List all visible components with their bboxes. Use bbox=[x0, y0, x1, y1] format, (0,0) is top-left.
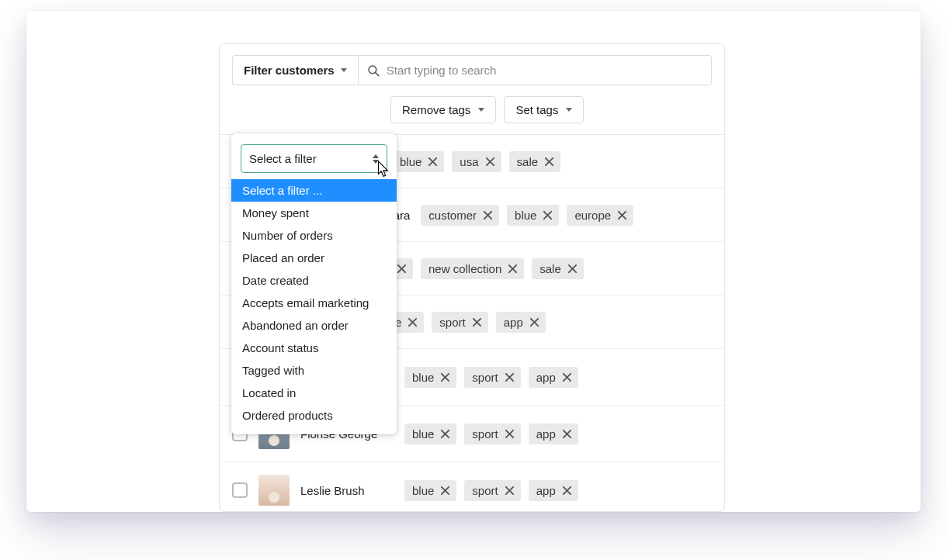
filter-option[interactable]: Money spent bbox=[231, 202, 397, 224]
tags: blueusasale bbox=[392, 151, 560, 172]
remove-tag-icon[interactable] bbox=[508, 264, 518, 274]
remove-tag-icon[interactable] bbox=[617, 210, 627, 220]
customer-name: Leslie Brush bbox=[300, 484, 394, 497]
tag-label: blue bbox=[400, 155, 421, 168]
filter-option[interactable]: Located in bbox=[231, 382, 397, 404]
tag-label: blue bbox=[412, 484, 434, 497]
remove-tag-icon[interactable] bbox=[440, 372, 450, 382]
tag-label: sale bbox=[539, 262, 561, 275]
remove-tag-icon[interactable] bbox=[505, 429, 515, 439]
tag: sale bbox=[532, 258, 584, 279]
filter-option[interactable]: Account status bbox=[231, 337, 397, 359]
filter-customers-button[interactable]: Filter customers bbox=[232, 55, 358, 85]
tag: app bbox=[529, 480, 578, 501]
tag: blue bbox=[404, 423, 456, 444]
tag: app bbox=[496, 312, 546, 333]
caret-down-icon bbox=[341, 68, 347, 72]
tags: bluesportapp bbox=[404, 480, 578, 501]
remove-tag-icon[interactable] bbox=[408, 317, 418, 327]
tag: blue bbox=[392, 151, 444, 172]
filter-dropdown-panel: Select a filter Select a filter ...Money… bbox=[231, 133, 397, 434]
stepper-icon bbox=[373, 154, 379, 164]
row-checkbox[interactable] bbox=[232, 482, 248, 498]
tag-label: europe bbox=[574, 209, 611, 222]
remove-tag-icon[interactable] bbox=[543, 210, 553, 220]
tag: blue bbox=[507, 205, 559, 226]
tag-label: app bbox=[536, 484, 556, 497]
tag: app bbox=[529, 423, 578, 444]
app-card: Filter customers Remove tags Set tags bbox=[26, 11, 921, 512]
avatar bbox=[258, 475, 290, 506]
search-icon bbox=[366, 64, 380, 78]
filter-option[interactable]: Select a filter ... bbox=[231, 179, 397, 202]
remove-tag-icon[interactable] bbox=[505, 486, 515, 496]
tag-label: app bbox=[536, 371, 556, 384]
remove-tag-icon[interactable] bbox=[440, 429, 450, 439]
topbar: Filter customers bbox=[220, 44, 724, 96]
tag-label: customer bbox=[428, 209, 477, 222]
remove-tag-icon[interactable] bbox=[529, 317, 539, 327]
customer-row: Leslie Brushbluesportapp bbox=[220, 462, 724, 512]
remove-tag-icon[interactable] bbox=[397, 264, 407, 274]
filter-customers-label: Filter customers bbox=[244, 64, 335, 77]
filter-option[interactable]: Date created bbox=[231, 269, 397, 292]
hidden-action-placeholder bbox=[232, 96, 383, 123]
tag-label: usa bbox=[460, 155, 478, 168]
remove-tag-icon[interactable] bbox=[472, 317, 482, 327]
search-field[interactable] bbox=[358, 55, 712, 85]
remove-tag-icon[interactable] bbox=[567, 264, 578, 274]
tag: customer bbox=[421, 205, 499, 226]
tag: europe bbox=[567, 205, 633, 226]
tag-label: new collection bbox=[428, 262, 501, 275]
tag: sport bbox=[464, 480, 520, 501]
remove-tags-label: Remove tags bbox=[402, 103, 470, 116]
remove-tag-icon[interactable] bbox=[562, 372, 572, 382]
filter-options-list: Select a filter ...Money spentNumber of … bbox=[231, 178, 397, 427]
remove-tag-icon[interactable] bbox=[483, 210, 493, 220]
tag-label: sport bbox=[472, 371, 498, 384]
tag-label: app bbox=[504, 316, 523, 329]
set-tags-button[interactable]: Set tags bbox=[504, 96, 584, 123]
tag-label: blue bbox=[412, 371, 434, 384]
tag: new collection bbox=[421, 258, 524, 279]
tags: new collectionsale bbox=[392, 258, 584, 279]
tag-label: sale bbox=[517, 155, 539, 168]
search-input[interactable] bbox=[387, 64, 703, 77]
tag: sport bbox=[432, 312, 487, 333]
remove-tag-icon[interactable] bbox=[544, 157, 554, 167]
remove-tag-icon[interactable] bbox=[428, 157, 438, 167]
filter-option[interactable]: Ordered products bbox=[231, 404, 397, 427]
filter-option[interactable]: Tagged with bbox=[231, 359, 397, 382]
tag: sport bbox=[464, 423, 520, 444]
caret-down-icon bbox=[478, 108, 484, 112]
bulk-actions-row: Remove tags Set tags bbox=[220, 96, 724, 135]
tags: esportapp bbox=[392, 312, 546, 333]
remove-tag-icon[interactable] bbox=[562, 486, 572, 496]
tags: bluesportapp bbox=[404, 367, 578, 388]
tag: sale bbox=[509, 151, 561, 172]
remove-tag-icon[interactable] bbox=[485, 157, 495, 167]
tag: sport bbox=[464, 367, 520, 388]
tag-label: sport bbox=[439, 316, 465, 329]
remove-tags-button[interactable]: Remove tags bbox=[390, 96, 496, 123]
tag: blue bbox=[404, 367, 456, 388]
tag-label: blue bbox=[515, 209, 536, 222]
remove-tag-icon[interactable] bbox=[440, 486, 450, 496]
tag-partial: e bbox=[392, 312, 424, 333]
tag-label: app bbox=[536, 427, 556, 441]
filter-option[interactable]: Accepts email marketing bbox=[231, 292, 397, 314]
filter-select-label: Select a filter bbox=[249, 152, 317, 165]
filter-select[interactable]: Select a filter bbox=[241, 144, 387, 173]
tags: bluesportapp bbox=[404, 423, 578, 444]
tag-label: blue bbox=[412, 427, 434, 441]
caret-down-icon bbox=[566, 108, 572, 112]
filter-option[interactable]: Abandoned an order bbox=[231, 314, 397, 337]
filter-option[interactable]: Placed an order bbox=[231, 247, 397, 269]
remove-tag-icon[interactable] bbox=[505, 372, 515, 382]
set-tags-label: Set tags bbox=[515, 103, 558, 116]
filter-option[interactable]: Number of orders bbox=[231, 224, 397, 247]
tags: customerblueeurope bbox=[421, 205, 633, 226]
tag: app bbox=[529, 367, 578, 388]
remove-tag-icon[interactable] bbox=[562, 429, 572, 439]
tag-label: sport bbox=[472, 484, 498, 497]
